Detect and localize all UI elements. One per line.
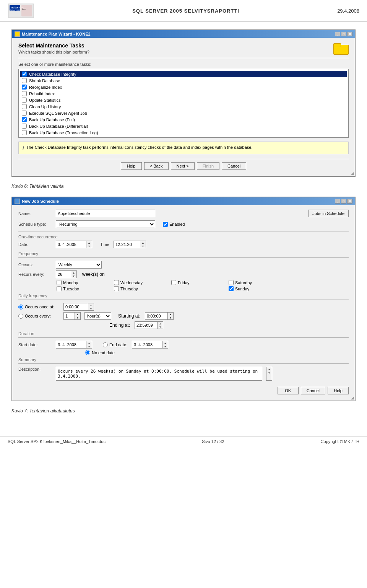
date-spin-down[interactable]: ▼ [86, 244, 92, 248]
back-button[interactable]: < Back [144, 162, 169, 170]
info-text: The Check Database Integrity task perfor… [26, 145, 253, 150]
start-date-arrows: ▲ ▼ [86, 341, 92, 349]
no-end-date-radio[interactable] [85, 350, 90, 355]
enabled-checkbox[interactable] [163, 222, 168, 227]
tuesday-checkbox[interactable] [57, 286, 62, 291]
close-button[interactable]: ✕ [347, 32, 352, 36]
task-item[interactable]: Reorganize Index [20, 84, 347, 90]
sunday-checkbox[interactable] [229, 286, 234, 291]
task-checkbox-update-stats[interactable] [22, 98, 27, 103]
page-title: SQL SERVER 2005 SELVITYSRAPORTTI [132, 8, 239, 14]
task-checkbox-backup-diff[interactable] [22, 124, 27, 129]
task-checkbox-reorganize[interactable] [22, 85, 27, 90]
occurs-once-input[interactable] [63, 303, 88, 311]
occurs-once-spin-down[interactable]: ▼ [88, 307, 94, 310]
help-button[interactable]: Help [121, 162, 142, 170]
page-date: 29.4.2008 [337, 8, 359, 14]
occurs-once-row: Occurs once at: ▲ ▼ [18, 303, 349, 311]
end-date-spin-down[interactable]: ▼ [162, 345, 168, 348]
ok-button[interactable]: OK [278, 387, 299, 394]
task-item[interactable]: Shrink Database [20, 77, 347, 84]
start-date-input[interactable] [56, 341, 86, 349]
recurs-spin-down[interactable]: ▼ [71, 274, 76, 278]
occurs-every-radio[interactable] [18, 314, 23, 319]
maximize-button[interactable]: □ [341, 32, 346, 36]
saturday-checkbox[interactable] [229, 280, 234, 285]
svg-rect-4 [21, 5, 32, 16]
task-checkbox-rebuild[interactable] [22, 91, 27, 96]
ending-at-spin-up[interactable]: ▲ [158, 322, 163, 325]
schedule-close-button[interactable]: ✕ [347, 199, 352, 204]
time-spin-down[interactable]: ▼ [140, 244, 146, 248]
resize-handle[interactable]: ◢ [351, 171, 354, 175]
task-checkbox-integrity[interactable] [22, 72, 27, 77]
task-label-reorganize: Reorganize Index [29, 85, 62, 90]
time-input[interactable] [114, 241, 140, 248]
task-checkbox-cleanup[interactable] [22, 104, 27, 109]
desc-scroll-down[interactable]: ▼ [266, 371, 272, 375]
starting-at-spin-up[interactable]: ▲ [168, 313, 173, 316]
end-date-spin-up[interactable]: ▲ [162, 341, 168, 345]
starting-at-label: Starting at: [118, 313, 140, 319]
schedule-help-button[interactable]: Help [328, 387, 349, 394]
task-item[interactable]: Back Up Database (Full) [20, 116, 347, 123]
task-item[interactable]: Update Statistics [20, 97, 347, 103]
schedule-minimize-button[interactable]: _ [335, 199, 340, 204]
task-item[interactable]: Rebuild Index [20, 90, 347, 97]
schedule-resize-handle[interactable]: ◢ [351, 396, 354, 400]
monday-checkbox[interactable] [57, 280, 62, 285]
finish-button[interactable]: Finish [197, 162, 219, 170]
starting-at-spin-down[interactable]: ▼ [168, 316, 173, 319]
end-date-input[interactable] [132, 341, 162, 349]
task-item[interactable]: Back Up Database (Differential) [20, 123, 347, 129]
time-spin-up[interactable]: ▲ [140, 241, 146, 244]
date-input[interactable] [56, 241, 86, 248]
task-item[interactable]: Check Database Integrity [20, 71, 347, 77]
recurs-spin-up[interactable]: ▲ [71, 271, 76, 274]
desc-scroll-up[interactable]: ▲ [266, 367, 272, 371]
schedule-cancel-button[interactable]: Cancel [301, 387, 325, 394]
next-button[interactable]: Next > [171, 162, 195, 170]
thursday-checkbox[interactable] [114, 286, 119, 291]
occurs-once-spinner: ▲ ▼ [63, 303, 94, 311]
start-date-label: Start date: [18, 342, 53, 347]
task-checkbox-shrink[interactable] [22, 78, 27, 83]
name-input[interactable] [56, 210, 155, 217]
task-item[interactable]: Execute SQL Server Agent Job [20, 110, 347, 116]
ending-at-input[interactable] [135, 321, 158, 329]
ending-at-spin-down[interactable]: ▼ [158, 325, 163, 329]
date-spin-up[interactable]: ▲ [86, 241, 92, 244]
task-checkbox-backup-full[interactable] [22, 117, 27, 122]
friday-checkbox[interactable] [171, 280, 176, 285]
occurs-every-input[interactable] [63, 312, 75, 320]
wizard-dialog: Maintenance Plan Wizard - KONE2 _ □ ✕ Se… [11, 29, 356, 177]
jobs-in-schedule-button[interactable]: Jobs in Schedule [308, 210, 349, 217]
task-checkbox-backup-log[interactable] [22, 130, 27, 135]
wednesday-checkbox[interactable] [114, 280, 119, 285]
end-date-arrows: ▲ ▼ [162, 341, 168, 349]
start-date-spin-up[interactable]: ▲ [86, 341, 92, 345]
schedule-type-select[interactable]: Recurring [56, 220, 155, 228]
schedule-maximize-button[interactable]: □ [341, 199, 346, 204]
occurs-every-spin-down[interactable]: ▼ [75, 316, 80, 319]
task-item[interactable]: Clean Up History [20, 103, 347, 110]
occurs-once-radio[interactable] [18, 305, 23, 309]
time-label: Time: [95, 242, 110, 247]
footer-center: Sivu 12 / 32 [202, 439, 224, 444]
start-date-spin-down[interactable]: ▼ [86, 345, 92, 348]
occurs-every-spin-up[interactable]: ▲ [75, 313, 80, 316]
task-checkbox-execute[interactable] [22, 111, 27, 116]
minimize-button[interactable]: _ [335, 32, 340, 36]
occurs-every-unit-select[interactable]: hour(s) minute(s) [84, 312, 111, 320]
occurs-once-spin-up[interactable]: ▲ [88, 303, 94, 307]
wizard-footer: Help < Back Next > Finish Cancel [18, 159, 349, 171]
sunday-label: Sunday [229, 286, 282, 291]
task-item[interactable]: Back Up Database (Transaction Log) [20, 129, 347, 136]
occurs-select[interactable]: Weekly Daily Monthly [56, 261, 102, 269]
starting-at-input[interactable] [145, 312, 168, 320]
end-date-radio[interactable] [103, 342, 108, 347]
recurs-input[interactable] [56, 270, 71, 278]
cancel-button[interactable]: Cancel [222, 162, 246, 170]
starting-at-spinner: ▲ ▼ [145, 312, 174, 320]
description-textarea[interactable]: Occurs every 26 week(s) on Sunday at 0:0… [56, 367, 262, 381]
